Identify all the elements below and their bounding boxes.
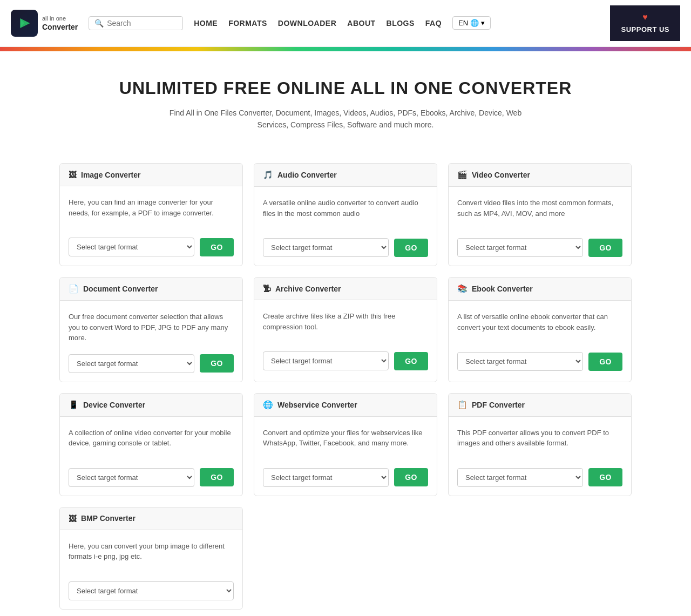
document-icon: 📄 — [69, 284, 79, 294]
card-header-bmp: 🖼 BMP Converter — [60, 507, 242, 530]
nav-formats[interactable]: FORMATS — [228, 19, 267, 28]
go-button-image[interactable]: GO — [200, 238, 234, 256]
card-actions-audio: Select target format GO — [263, 238, 428, 257]
cards-grid: 🖼 Image Converter Here, you can find an … — [49, 152, 642, 616]
card-actions-video: Select target format GO — [457, 238, 622, 257]
format-select-audio[interactable]: Select target format — [263, 238, 389, 257]
logo-area[interactable]: all in one Converter — [11, 10, 78, 37]
card-description-audio: A versatile online audio converter to co… — [263, 198, 428, 227]
card-title-device: Device Converter — [83, 401, 145, 409]
card-ebook: 📚 Ebook Converter A list of versatile on… — [448, 277, 632, 382]
card-title-audio: Audio Converter — [277, 171, 337, 179]
card-body-video: Convert video files into the most common… — [449, 187, 631, 266]
card-description-image: Here, you can find an image converter fo… — [69, 197, 234, 227]
card-description-ebook: A list of versatile online ebook convert… — [457, 312, 622, 341]
card-body-pdf: This PDF converter allows you to convert… — [449, 417, 631, 496]
logo-text: all in one Converter — [42, 15, 78, 32]
go-button-webservice[interactable]: GO — [394, 468, 428, 486]
nav-faq[interactable]: FAQ — [425, 19, 442, 28]
nav-downloader[interactable]: DOWNLOADER — [278, 19, 336, 28]
card-webservice: 🌐 Webservice Converter Convert and optim… — [254, 393, 437, 496]
support-button[interactable]: ♥ SUPPORT US — [610, 5, 680, 41]
go-button-video[interactable]: GO — [588, 239, 622, 257]
card-body-audio: A versatile online audio converter to co… — [254, 187, 437, 266]
format-select-archive[interactable]: Select target format — [263, 351, 389, 370]
card-actions-webservice: Select target format GO — [263, 468, 428, 487]
hero-section: UNLIMITED FREE ONLINE ALL IN ONE CONVERT… — [0, 51, 691, 153]
image-icon: 🖼 — [69, 170, 77, 179]
format-select-image[interactable]: Select target format — [69, 238, 194, 256]
go-button-archive[interactable]: GO — [394, 352, 428, 370]
bmp-icon: 🖼 — [69, 514, 77, 523]
format-select-device[interactable]: Select target format — [69, 468, 194, 487]
card-device: 📱 Device Converter A collection of onlin… — [59, 393, 243, 496]
card-title-archive: Archive Converter — [275, 285, 341, 293]
go-button-document[interactable]: GO — [200, 354, 234, 373]
card-header-webservice: 🌐 Webservice Converter — [254, 394, 437, 417]
go-button-device[interactable]: GO — [200, 468, 234, 486]
card-actions-image: Select target format GO — [69, 238, 234, 256]
card-body-bmp: Here, you can convert your bmp image to … — [60, 530, 242, 609]
format-select-bmp[interactable]: Select target format — [69, 581, 234, 600]
card-title-pdf: PDF Converter — [472, 401, 525, 409]
format-select-pdf[interactable]: Select target format — [457, 468, 583, 487]
video-icon: 🎬 — [457, 170, 468, 180]
card-header-image: 🖼 Image Converter — [60, 164, 242, 186]
chevron-down-icon: ▾ — [481, 19, 485, 27]
go-button-ebook[interactable]: GO — [588, 353, 622, 371]
device-icon: 📱 — [69, 400, 79, 410]
card-description-pdf: This PDF converter allows you to convert… — [457, 428, 622, 457]
archive-icon: 🗜 — [263, 284, 271, 293]
card-title-bmp: BMP Converter — [81, 514, 136, 523]
card-description-device: A collection of online video converter f… — [69, 428, 234, 457]
card-header-pdf: 📋 PDF Converter — [449, 394, 631, 417]
search-input[interactable] — [107, 19, 177, 28]
pdf-icon: 📋 — [457, 400, 468, 410]
format-select-ebook[interactable]: Select target format — [457, 352, 583, 371]
card-header-archive: 🗜 Archive Converter — [254, 277, 437, 300]
card-pdf: 📋 PDF Converter This PDF converter allow… — [448, 393, 632, 496]
card-body-device: A collection of online video converter f… — [60, 417, 242, 496]
card-archive: 🗜 Archive Converter Create archive files… — [254, 277, 437, 382]
card-title-document: Document Converter — [83, 285, 158, 293]
nav-home[interactable]: HOME — [194, 19, 218, 28]
gradient-bar — [0, 47, 691, 51]
card-title-video: Video Converter — [472, 171, 530, 179]
card-image: 🖼 Image Converter Here, you can find an … — [59, 163, 243, 266]
card-body-ebook: A list of versatile online ebook convert… — [449, 301, 631, 380]
card-body-archive: Create archive files like a ZIP with thi… — [254, 300, 437, 379]
format-select-webservice[interactable]: Select target format — [263, 468, 389, 487]
card-actions-archive: Select target format GO — [263, 351, 428, 370]
card-header-video: 🎬 Video Converter — [449, 164, 631, 187]
card-document: 📄 Document Converter Our free document c… — [59, 277, 243, 382]
card-title-image: Image Converter — [81, 171, 140, 179]
search-icon: 🔍 — [94, 19, 104, 28]
card-description-webservice: Convert and optimize your files for webs… — [263, 428, 428, 457]
card-header-ebook: 📚 Ebook Converter — [449, 277, 631, 301]
card-actions-device: Select target format GO — [69, 468, 234, 487]
card-title-ebook: Ebook Converter — [472, 285, 533, 293]
card-actions-document: Select target format GO — [69, 354, 234, 373]
card-description-archive: Create archive files like a ZIP with thi… — [263, 311, 428, 341]
site-header: all in one Converter 🔍 HOME FORMATS DOWN… — [0, 0, 691, 47]
nav-about[interactable]: ABOUT — [347, 19, 375, 28]
language-button[interactable]: EN 🌐 ▾ — [452, 16, 491, 30]
search-wrapper[interactable]: 🔍 — [89, 16, 183, 30]
card-actions-pdf: Select target format GO — [457, 468, 622, 487]
card-body-document: Our free document converter selection th… — [60, 301, 242, 382]
heart-icon: ♥ — [621, 12, 669, 23]
card-header-audio: 🎵 Audio Converter — [254, 164, 437, 187]
webservice-icon: 🌐 — [263, 400, 273, 410]
go-button-pdf[interactable]: GO — [588, 468, 622, 486]
card-header-device: 📱 Device Converter — [60, 394, 242, 417]
format-select-document[interactable]: Select target format — [69, 354, 194, 373]
go-button-audio[interactable]: GO — [394, 239, 428, 257]
card-actions-bmp: Select target format — [69, 581, 234, 600]
card-audio: 🎵 Audio Converter A versatile online aud… — [254, 163, 437, 266]
format-select-video[interactable]: Select target format — [457, 238, 583, 257]
card-description-video: Convert video files into the most common… — [457, 198, 622, 227]
ebook-icon: 📚 — [457, 284, 468, 294]
globe-icon: 🌐 — [470, 19, 479, 27]
nav-blogs[interactable]: BLOGS — [387, 19, 415, 28]
card-title-webservice: Webservice Converter — [277, 401, 357, 409]
